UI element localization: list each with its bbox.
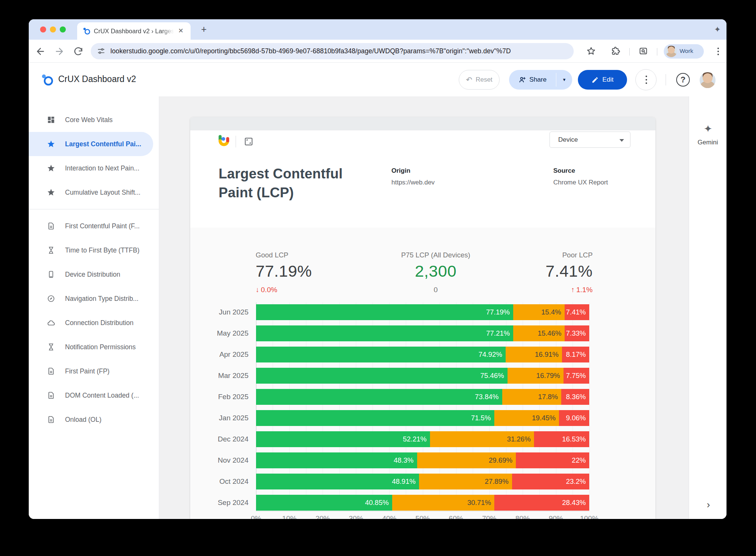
hourglass-icon: [47, 343, 55, 351]
bar-segment-good[interactable]: 73.84%: [256, 389, 502, 405]
bar-segment-poor[interactable]: 16.53%: [534, 431, 589, 447]
address-bar[interactable]: lookerstudio.google.com/c/u/0/reporting/…: [91, 43, 574, 59]
bar-segment-poor[interactable]: 8.36%: [561, 389, 589, 405]
window-close-button[interactable]: [40, 26, 46, 33]
window-minimize-button[interactable]: [50, 26, 56, 33]
arrow-down-icon: ↓: [256, 286, 259, 294]
device-filter-dropdown[interactable]: Device: [550, 132, 630, 148]
bar-segment-poor[interactable]: 9.06%: [559, 410, 589, 426]
bar-segment-good[interactable]: 48.3%: [256, 452, 417, 468]
sidebar-item[interactable]: Device Distribution: [29, 262, 159, 287]
bar-segment-poor[interactable]: 7.75%: [564, 368, 589, 384]
sidebar-item[interactable]: Largest Contentful Pai...: [29, 132, 153, 156]
sidebar-item[interactable]: Navigation Type Distrib...: [29, 287, 159, 311]
sidebar-item-label: Time to First Byte (TTFB): [65, 246, 140, 254]
back-button[interactable]: [35, 46, 46, 57]
bar-segment-needs-improvement[interactable]: 15.46%: [513, 325, 565, 341]
toolbar-divider: [657, 48, 657, 56]
tab-close-icon[interactable]: ✕: [177, 27, 185, 35]
bar-segment-needs-improvement[interactable]: 27.89%: [419, 474, 512, 489]
fullscreen-expand-icon[interactable]: [244, 136, 254, 147]
bar-segment-poor[interactable]: 23.2%: [512, 474, 589, 489]
gemini-label: Gemini: [689, 139, 727, 146]
browser-toolbar: lookerstudio.google.com/c/u/0/reporting/…: [29, 40, 727, 63]
x-axis-tick-label: 60%: [443, 514, 469, 519]
bookmark-star-icon[interactable]: [586, 46, 596, 56]
bar-segment-good[interactable]: 77.19%: [256, 304, 513, 320]
bar-segment-poor[interactable]: 28.43%: [494, 495, 589, 511]
looker-studio-logo: [41, 73, 54, 86]
sidebar-nav: Core Web VitalsLargest Contentful Pai...…: [29, 108, 159, 432]
sidebar-item[interactable]: Cumulative Layout Shift...: [29, 180, 159, 204]
bar-segment-needs-improvement[interactable]: 19.45%: [494, 410, 559, 426]
bar-segment-needs-improvement[interactable]: 16.91%: [506, 347, 562, 362]
extensions-puzzle-icon[interactable]: [611, 46, 621, 56]
edit-label: Edit: [602, 76, 613, 84]
bar-segment-needs-improvement[interactable]: 15.4%: [513, 304, 565, 320]
sidebar-item[interactable]: Onload (OL): [29, 407, 159, 432]
x-axis-tick-label: 40%: [376, 514, 402, 519]
sidebar-item[interactable]: Time to First Byte (TTFB): [29, 238, 159, 262]
share-dropdown-caret-icon[interactable]: ▾: [556, 70, 572, 90]
tab-organize-sparkle-icon[interactable]: ✦: [713, 25, 722, 34]
sidebar-item[interactable]: Core Web Vitals: [29, 108, 159, 132]
bar-segment-needs-improvement[interactable]: 16.79%: [508, 368, 564, 384]
site-settings-icon[interactable]: [97, 47, 106, 56]
share-button[interactable]: Share: [509, 70, 556, 90]
sidebar-item[interactable]: First Contentful Paint (F...: [29, 214, 159, 238]
sidebar-item[interactable]: First Paint (FP): [29, 359, 159, 383]
bar-segment-good[interactable]: 74.92%: [256, 347, 506, 362]
chart-row: Apr 202574.92%16.91%8.17%: [256, 347, 589, 362]
reload-button[interactable]: [73, 46, 84, 57]
reset-button[interactable]: ↶ Reset: [459, 70, 500, 90]
bar-segment-needs-improvement[interactable]: 30.71%: [392, 495, 495, 511]
bar-segment-good[interactable]: 52.21%: [256, 431, 430, 447]
document-icon: [47, 415, 55, 424]
sidebar-item-label: First Paint (FP): [65, 367, 110, 375]
bar-segment-poor[interactable]: 8.17%: [562, 347, 589, 362]
sidebar-item[interactable]: Notification Permissions: [29, 335, 159, 359]
phone-icon: [47, 270, 55, 279]
forward-button[interactable]: [54, 46, 65, 57]
chart-row: Nov 202448.3%29.69%22%: [256, 452, 589, 468]
sidebar-item[interactable]: Interaction to Next Pain...: [29, 156, 159, 180]
document-icon: [47, 367, 55, 375]
new-tab-button[interactable]: +: [198, 24, 210, 35]
cloud-icon: [47, 319, 55, 327]
browser-menu-kebab-icon[interactable]: [715, 47, 722, 56]
sidebar-item-label: Onload (OL): [65, 416, 101, 424]
account-avatar[interactable]: [700, 72, 716, 88]
bar-segment-good[interactable]: 48.91%: [256, 474, 419, 489]
window-zoom-button[interactable]: [60, 26, 66, 33]
bar-segment-label: 48.91%: [392, 474, 416, 489]
bar-segment-needs-improvement[interactable]: 31.26%: [430, 431, 534, 447]
tab-search-icon[interactable]: [638, 46, 648, 56]
bar-segment-label: 8.17%: [566, 347, 586, 362]
more-options-button[interactable]: [635, 69, 657, 90]
reset-label: Reset: [476, 76, 492, 84]
bar-segment-label: 75.46%: [480, 368, 504, 384]
bar-segment-poor[interactable]: 7.41%: [565, 304, 589, 320]
sidebar-item[interactable]: DOM Content Loaded (...: [29, 383, 159, 407]
bar-segment-good[interactable]: 77.21%: [256, 325, 513, 341]
lcp-stacked-bar-chart: Jun 202577.19%15.4%7.41%May 202577.21%15…: [190, 302, 655, 519]
gemini-sparkle-icon[interactable]: ✦: [702, 123, 714, 135]
bar-segment-poor[interactable]: 22%: [516, 452, 589, 468]
bar-segment-poor[interactable]: 7.33%: [565, 325, 589, 341]
help-button[interactable]: ?: [676, 73, 690, 87]
bar-segment-label: 48.3%: [394, 452, 413, 468]
bar-segment-needs-improvement[interactable]: 17.8%: [502, 389, 562, 405]
profile-chip[interactable]: Work: [664, 44, 704, 59]
bar-segment-label: 30.71%: [467, 495, 491, 511]
chart-category-label: Dec 2024: [203, 435, 248, 443]
sidebar-item[interactable]: Connection Distribution: [29, 311, 159, 335]
bar-segment-good[interactable]: 40.85%: [256, 495, 392, 511]
edit-button[interactable]: Edit: [578, 70, 627, 90]
bar-segment-good[interactable]: 71.5%: [256, 410, 494, 426]
bar-segment-label: 7.75%: [566, 368, 586, 384]
next-page-chevron[interactable]: ›: [703, 499, 714, 511]
browser-tab[interactable]: CrUX Dashboard v2 › Largest ✕: [77, 22, 191, 40]
bar-segment-good[interactable]: 75.46%: [256, 368, 508, 384]
bar-segment-label: 15.46%: [538, 325, 562, 341]
bar-segment-needs-improvement[interactable]: 29.69%: [417, 452, 516, 468]
